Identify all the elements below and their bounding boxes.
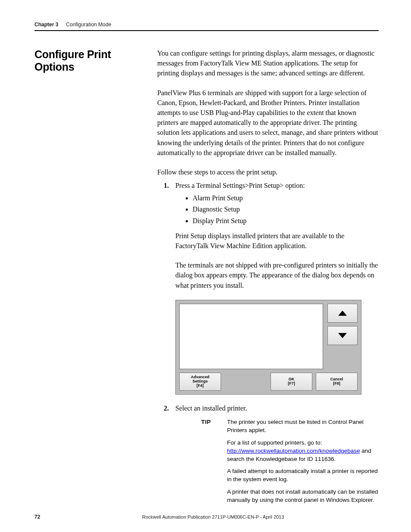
step-1: 1. Press a Terminal Settings>Print Setup… (157, 180, 379, 395)
publication-id: Rockwell Automation Publication 2711P-UM… (142, 514, 379, 520)
step-1-after-1: Print Setup displays installed printers … (175, 231, 379, 251)
printer-listbox[interactable] (179, 304, 323, 369)
page-footer: 72 Rockwell Automation Publication 2711P… (34, 514, 379, 520)
intro-paragraph-2: PanelView Plus 6 terminals are shipped w… (157, 88, 379, 158)
running-header: Chapter 3 Configuration Mode (34, 22, 379, 31)
scroll-up-button[interactable] (327, 304, 358, 323)
tip-label: TIP (201, 418, 214, 509)
tip-line-2a: For a list of supported printers, go to: (227, 439, 322, 446)
body-column: You can configure settings for printing … (157, 48, 379, 509)
step-1-marker: 1. (164, 180, 169, 190)
step-1-after-2: The terminals are not shipped with pre-c… (175, 260, 379, 290)
triangle-up-icon (338, 311, 347, 316)
bullet-alarm: Alarm Print Setup (193, 193, 379, 203)
print-setup-dialog: Advanced Settings [F4] OK [F7] Cancel [F… (175, 300, 361, 395)
step-1-text: Press a Terminal Settings>Print Setup> o… (175, 180, 379, 190)
header-title: Configuration Mode (66, 22, 111, 28)
scroll-down-button[interactable] (327, 326, 358, 345)
tip-line-3: A failed attempt to automatically instal… (227, 467, 379, 484)
step-2-marker: 2. (164, 403, 169, 413)
knowledgebase-link[interactable]: http://www.rockwellautomation.com/knowle… (227, 448, 360, 454)
tip-line-2: For a list of supported printers, go to:… (227, 439, 379, 464)
bullet-display: Display Print Setup (193, 216, 379, 226)
header-chapter: Chapter 3 (34, 22, 58, 28)
intro-paragraph-3: Follow these steps to access the print s… (157, 167, 379, 177)
bullet-diagnostic: Diagnostic Setup (193, 204, 379, 214)
section-heading: Configure Print Options (34, 48, 144, 73)
step-2-text: Select an installed printer. (175, 403, 379, 413)
page-number: 72 (34, 514, 142, 520)
ok-button[interactable]: OK [F7] (271, 373, 312, 391)
intro-paragraph-1: You can configure settings for printing … (157, 48, 379, 78)
advanced-settings-button[interactable]: Advanced Settings [F4] (179, 373, 221, 391)
tip-block: TIP The printer you select must be liste… (175, 418, 379, 509)
tip-line-4: A printer that does not install automati… (227, 488, 379, 504)
triangle-down-icon (338, 333, 347, 338)
cancel-button[interactable]: Cancel [F8] (316, 373, 358, 391)
tip-line-1: The printer you select must be listed in… (227, 418, 379, 435)
step-2: 2. Select an installed printer. TIP The … (157, 403, 379, 509)
